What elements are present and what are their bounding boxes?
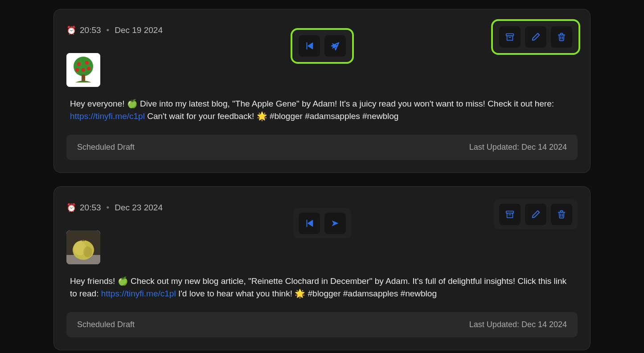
schedule-date: Dec 23 2024 [115,203,163,213]
post-card: ⏰ 20:53 • Dec 23 2024 [53,186,591,350]
svg-point-5 [82,68,85,72]
alarm-clock-icon: ⏰ [66,25,76,35]
card-header: ⏰ 20:53 • Dec 23 2024 [66,199,578,230]
skip-back-button[interactable] [299,35,320,57]
status-label: Scheduled Draft [77,320,135,329]
status-bar: Scheduled Draft Last Updated: Dec 14 202… [66,312,578,337]
skip-back-button[interactable] [299,213,320,234]
schedule-date: Dec 19 2024 [115,25,163,35]
status-label: Scheduled Draft [77,143,135,152]
svg-rect-9 [506,211,514,213]
playback-controls [293,208,351,238]
separator-dot: • [107,203,110,213]
svg-point-4 [85,61,89,65]
svg-point-14 [83,246,92,257]
send-button[interactable] [324,213,346,234]
send-button[interactable] [324,35,346,57]
post-body: Hey everyone! 🍏 Dive into my latest blog… [66,98,578,122]
last-updated-label: Last Updated: Dec 14 2024 [469,320,567,329]
schedule-time: ⏰ 20:53 • Dec 23 2024 [66,199,163,213]
playback-controls [293,31,351,61]
last-updated-label: Last Updated: Dec 14 2024 [469,143,567,152]
post-thumbnail [66,53,100,87]
post-link[interactable]: https://tinyfi.me/c1pl [101,289,176,298]
archive-button[interactable] [499,204,521,225]
svg-point-7 [75,68,79,72]
svg-point-6 [87,67,90,70]
schedule-hour: 20:53 [80,25,101,35]
post-text-post: Can't wait for your feedback! 🌟 #blogger… [145,111,398,121]
action-controls [494,199,578,230]
schedule-time: ⏰ 20:53 • Dec 19 2024 [66,22,163,35]
svg-point-2 [74,57,93,76]
schedule-hour: 20:53 [80,203,101,213]
edit-button[interactable] [525,204,546,225]
post-text-pre: Hey everyone! 🍏 Dive into my latest blog… [70,99,554,108]
post-thumbnail [66,230,100,264]
separator-dot: • [107,25,110,35]
action-controls [494,22,578,52]
post-text-post: I'd love to hear what you think! 🌟 #blog… [176,289,437,298]
post-card: ⏰ 20:53 • Dec 19 2024 [53,9,591,173]
svg-rect-0 [506,34,514,36]
card-header: ⏰ 20:53 • Dec 19 2024 [66,22,578,53]
edit-button[interactable] [525,26,546,48]
alarm-clock-icon: ⏰ [66,203,76,213]
delete-button[interactable] [551,204,572,225]
archive-button[interactable] [499,26,521,48]
post-link[interactable]: https://tinyfi.me/c1pl [70,111,145,121]
post-body: Hey friends! 🍏 Check out my new blog art… [66,275,578,300]
status-bar: Scheduled Draft Last Updated: Dec 14 202… [66,135,578,160]
svg-point-3 [77,62,81,66]
delete-button[interactable] [551,26,572,48]
